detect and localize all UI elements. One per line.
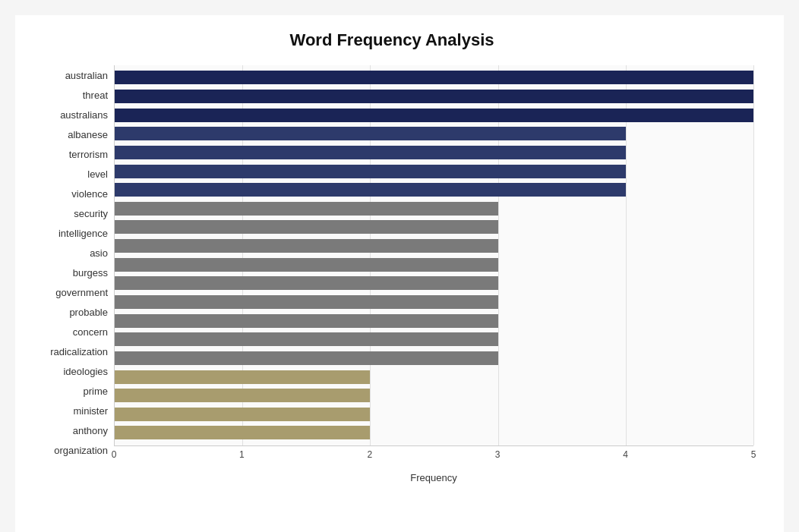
bar bbox=[115, 220, 498, 234]
y-label: australians bbox=[60, 105, 108, 124]
y-label: probable bbox=[69, 304, 108, 322]
bar-row bbox=[115, 406, 753, 423]
chart-container: Word Frequency Analysis australianthreat… bbox=[15, 15, 784, 532]
bar-row bbox=[115, 387, 753, 404]
bar-row bbox=[115, 69, 753, 86]
bar bbox=[115, 165, 626, 178]
bar bbox=[115, 239, 498, 253]
y-label: prime bbox=[83, 382, 108, 401]
y-label: albanese bbox=[68, 125, 108, 143]
bar-row bbox=[115, 181, 753, 198]
bar bbox=[115, 90, 753, 103]
bar bbox=[115, 314, 498, 328]
bar-row bbox=[115, 275, 753, 291]
grid-line bbox=[753, 65, 754, 445]
bar-row bbox=[115, 238, 753, 254]
bar bbox=[115, 295, 498, 309]
x-tick: 0 bbox=[112, 449, 117, 460]
bars-list bbox=[115, 65, 753, 445]
y-label: concern bbox=[73, 323, 108, 342]
x-tick: 1 bbox=[239, 449, 245, 460]
y-label: organization bbox=[54, 442, 108, 460]
bar bbox=[115, 146, 626, 159]
bar-row bbox=[115, 369, 753, 386]
y-label: level bbox=[87, 165, 108, 183]
bar-row bbox=[115, 200, 753, 217]
bar bbox=[115, 258, 498, 272]
y-label: burgess bbox=[73, 263, 108, 282]
y-label: radicalization bbox=[50, 343, 108, 361]
x-tick: 3 bbox=[495, 449, 501, 460]
x-axis-label: Frequency bbox=[114, 472, 753, 483]
x-axis: 012345 bbox=[114, 446, 753, 469]
y-label: security bbox=[74, 204, 108, 222]
bar bbox=[115, 183, 626, 197]
bar-row bbox=[115, 350, 753, 367]
bar-row bbox=[115, 163, 753, 180]
bar bbox=[115, 276, 498, 290]
bar-row bbox=[115, 294, 753, 310]
y-label: terrorism bbox=[69, 145, 108, 163]
bar-row bbox=[115, 257, 753, 273]
bar-row bbox=[115, 125, 753, 142]
y-label: threat bbox=[83, 86, 108, 104]
y-label: violence bbox=[71, 184, 108, 203]
y-label: asio bbox=[90, 244, 108, 262]
y-label: intelligence bbox=[58, 224, 108, 242]
bar-row bbox=[115, 88, 753, 105]
bar bbox=[115, 127, 626, 140]
bar bbox=[115, 389, 370, 402]
x-tick: 4 bbox=[623, 449, 628, 460]
y-axis: australianthreataustraliansalbaneseterro… bbox=[30, 65, 114, 483]
bar-row bbox=[115, 219, 753, 235]
y-label: anthony bbox=[73, 422, 108, 440]
bar-row bbox=[115, 424, 753, 441]
chart-area: australianthreataustraliansalbaneseterro… bbox=[30, 65, 753, 483]
bar-row bbox=[115, 107, 753, 124]
y-label: australian bbox=[65, 66, 108, 84]
bar bbox=[115, 109, 753, 122]
bars-and-x: 012345 Frequency bbox=[114, 65, 753, 483]
bar bbox=[115, 426, 370, 439]
y-label: government bbox=[55, 284, 108, 302]
y-label: minister bbox=[73, 402, 108, 420]
bar bbox=[115, 71, 753, 84]
bar bbox=[115, 370, 370, 384]
bar bbox=[115, 408, 370, 421]
bar bbox=[115, 202, 498, 216]
bar-row bbox=[115, 144, 753, 161]
bar-row bbox=[115, 331, 753, 348]
bars-area bbox=[114, 65, 753, 446]
x-tick: 5 bbox=[751, 449, 756, 460]
x-tick: 2 bbox=[367, 449, 372, 460]
bar-row bbox=[115, 313, 753, 329]
y-label: ideologies bbox=[63, 363, 108, 381]
chart-title: Word Frequency Analysis bbox=[30, 30, 753, 50]
bar bbox=[115, 332, 498, 346]
bar bbox=[115, 351, 498, 365]
